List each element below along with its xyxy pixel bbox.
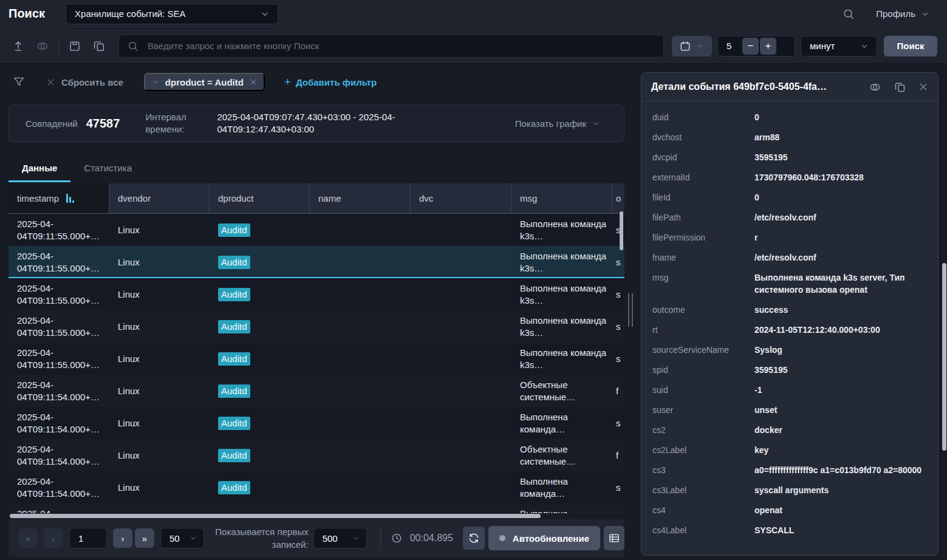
interval-value-group: − + <box>717 36 795 56</box>
table-row[interactable]: 2025-04-04T09:11:54.000+… Linux Auditd В… <box>9 471 624 504</box>
plus-icon: + <box>284 75 291 89</box>
export-button[interactable] <box>6 34 30 58</box>
field-key: dvchost <box>652 131 754 143</box>
cell-dproduct: Auditd <box>210 224 310 237</box>
search-button[interactable]: Поиск <box>884 36 937 56</box>
cell-timestamp: 2025-04-04T09:11:55.000+… <box>9 282 109 307</box>
field-key: externalId <box>652 171 754 183</box>
table-row[interactable]: 2025-04-04T09:11:55.000+… Linux Auditd В… <box>9 343 624 375</box>
table-header: timestamp dvendor dproduct name dvc msg … <box>9 183 624 214</box>
column-header-dvc[interactable]: dvc <box>411 183 511 213</box>
panel-resize-handle[interactable] <box>628 293 633 327</box>
interval-unit-select[interactable]: минут <box>801 36 877 56</box>
interval-decrease-button[interactable]: − <box>742 38 759 55</box>
page-number-input[interactable] <box>69 528 107 548</box>
cell-dproduct: Auditd <box>210 449 310 462</box>
interval-value: 2025-04-04T09:07:47.430+03:00 - 2025-04-… <box>217 111 406 135</box>
filter-chip[interactable]: dproduct = Auditd <box>144 73 265 91</box>
table-row[interactable]: 2025-04-04T09:11:54.000+… Linux Auditd О… <box>9 439 624 471</box>
field-value: key <box>754 444 927 456</box>
details-scrollbar[interactable] <box>942 263 946 451</box>
table-row[interactable]: 2025-04-04T09:11:54.000+… Linux Auditd В… <box>9 407 624 439</box>
column-header-name[interactable]: name <box>310 183 411 213</box>
field-key: fname <box>652 251 754 264</box>
page-size-select[interactable]: 50 <box>160 528 204 548</box>
column-header-dvendor[interactable]: dvendor <box>109 183 210 213</box>
last-page-button[interactable]: » <box>135 528 154 548</box>
field-value: -1 <box>754 384 927 396</box>
autoupdate-status-dot <box>499 535 505 541</box>
cell-dvendor: Linux <box>109 289 210 301</box>
field-key: filePath <box>652 211 754 224</box>
copy-details-button[interactable] <box>894 81 906 94</box>
close-details-button[interactable] <box>918 82 928 92</box>
event-storage-value: Хранилище событий: SEA <box>75 9 259 19</box>
column-header-partial: o <box>612 183 624 213</box>
first-page-button[interactable]: « <box>18 528 38 548</box>
column-header-msg[interactable]: msg <box>511 183 612 213</box>
table-row[interactable]: 2025-04-04T09:11:55.000+… Linux Auditd В… <box>9 310 624 343</box>
field-value: /etc/resolv.conf <box>754 251 927 264</box>
showing-records-label: Показывается первых записей: <box>205 525 309 551</box>
autoupdate-toggle[interactable]: Автообновление <box>488 526 600 550</box>
save-query-button[interactable] <box>63 34 87 58</box>
detail-field-row: fname /etc/resolv.conf <box>652 251 927 264</box>
cell-dproduct: Auditd <box>210 417 310 430</box>
field-key: dvcpid <box>652 151 754 163</box>
remove-filter-icon[interactable] <box>249 78 258 86</box>
query-input[interactable] <box>146 40 656 52</box>
profile-menu[interactable]: Профиль <box>872 8 934 19</box>
date-range-button[interactable] <box>672 36 712 56</box>
table-row[interactable]: 2025-04-04T09:11:55.000+… Linux Auditd В… <box>9 214 624 246</box>
dproduct-highlight: Auditd <box>218 320 250 333</box>
copy-query-button[interactable] <box>87 34 111 58</box>
add-filter-label: Добавить фильтр <box>296 77 377 87</box>
show-chart-button[interactable]: Показать график <box>511 118 604 129</box>
pagination-bar: « ‹ › » 50 Показывается первых записей: … <box>9 519 624 557</box>
cell-timestamp: 2025-04-04T09:11:54.000+… <box>9 379 109 403</box>
table-horizontal-scrollbar[interactable] <box>10 514 541 518</box>
cell-dproduct: Auditd <box>210 481 310 494</box>
table-vertical-scrollbar[interactable] <box>620 211 623 250</box>
field-key: rt <box>652 324 754 336</box>
event-storage-select[interactable]: Хранилище событий: SEA <box>66 4 278 24</box>
refresh-button[interactable] <box>463 527 485 550</box>
reset-filters-button[interactable]: Сбросить все <box>43 77 127 88</box>
correlation-button[interactable] <box>30 34 55 58</box>
close-icon <box>46 78 55 87</box>
column-header-dproduct[interactable]: dproduct <box>210 183 310 213</box>
table-row[interactable]: 2025-04-04T09:11:54.000+… Linux Auditd В… <box>9 504 624 513</box>
cell-dproduct: Auditd <box>210 256 310 269</box>
detail-field-row: cs2Label key <box>652 444 927 456</box>
field-value: syscall arguments <box>754 484 927 496</box>
table-row[interactable]: 2025-04-04T09:11:54.000+… Linux Auditd О… <box>9 375 624 407</box>
prev-page-button[interactable]: ‹ <box>44 528 63 548</box>
correlation-icon-button[interactable] <box>869 81 881 94</box>
dproduct-highlight: Auditd <box>218 288 250 301</box>
interval-value-input[interactable] <box>718 40 742 52</box>
table-row[interactable]: 2025-04-04T09:11:55.000+… Linux Auditd В… <box>9 278 624 310</box>
add-filter-button[interactable]: + Добавить фильтр <box>281 75 380 89</box>
toolbar-divider <box>58 37 59 55</box>
cell-dvendor: Linux <box>109 385 210 397</box>
field-value: SYSCALL <box>754 524 927 536</box>
table-view-button[interactable] <box>604 526 624 550</box>
details-header: Детали события 649bf7c0-5405-4fa… <box>641 73 938 101</box>
matches-label: Совпадений <box>26 118 78 129</box>
next-page-button[interactable]: › <box>113 528 132 548</box>
tab[interactable]: Статистика <box>70 157 145 182</box>
records-limit-select[interactable]: 500 <box>313 528 367 548</box>
save-icon <box>68 39 81 53</box>
detail-field-row: dvcpid 3595195 <box>652 151 927 163</box>
cell-msg: Выполнена команда… <box>511 476 612 500</box>
field-value: 2024-11-05T12:12:40.000+03:00 <box>754 324 927 336</box>
events-table: timestamp dvendor dproduct name dvc msg … <box>9 183 624 513</box>
interval-increase-button[interactable]: + <box>760 38 776 55</box>
table-row[interactable]: 2025-04-04T09:11:55.000+… Linux Auditd В… <box>9 246 624 278</box>
global-search-icon[interactable] <box>842 7 855 21</box>
column-header-timestamp[interactable]: timestamp <box>9 183 109 213</box>
detail-field-row: sourceServiceName Syslog <box>652 344 927 356</box>
dproduct-highlight: Auditd <box>218 256 250 269</box>
tab[interactable]: Данные <box>9 157 70 182</box>
top-bar-right: Профиль <box>842 7 934 21</box>
